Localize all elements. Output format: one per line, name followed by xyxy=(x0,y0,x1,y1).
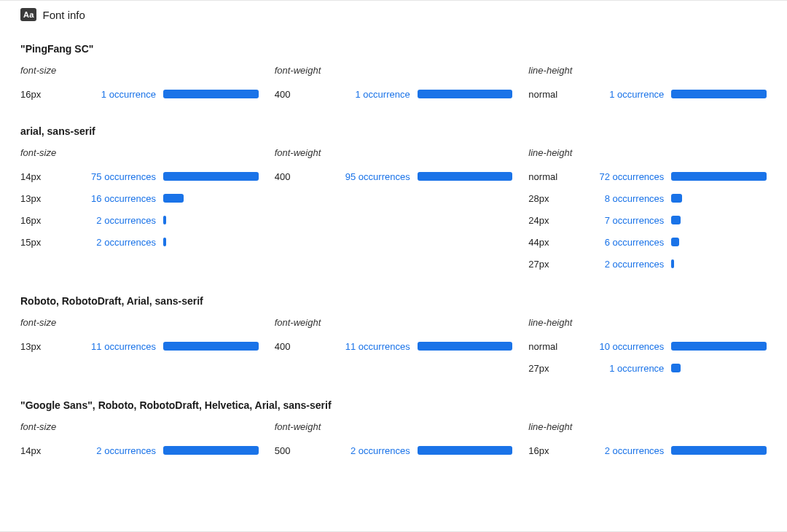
metric-bar xyxy=(671,342,767,351)
metric-header: font-weight xyxy=(275,147,513,158)
metric-header: line-height xyxy=(528,147,767,158)
metrics-row: font-size14px75 occurrences13px16 occurr… xyxy=(20,147,767,275)
metric-bar xyxy=(671,90,767,98)
aa-icon: Aa xyxy=(20,8,36,21)
metric-bar xyxy=(163,342,259,351)
metric-header: font-size xyxy=(20,65,259,76)
panel-title: Font info xyxy=(42,9,85,21)
occurrence-link[interactable]: 2 occurrences xyxy=(343,445,418,456)
metric-bar-track xyxy=(163,172,259,181)
metric-bar-track xyxy=(671,194,767,203)
metric-bar-track xyxy=(163,238,259,246)
occurrence-link[interactable]: 11 occurrences xyxy=(89,341,163,352)
occurrence-link[interactable]: 95 occurrences xyxy=(343,171,418,182)
metric-bar xyxy=(671,238,679,246)
metric-value: 400 xyxy=(275,89,343,100)
font-blocks: "PingFang SC"font-size16px1 occurrencefo… xyxy=(4,27,783,466)
metric-bar xyxy=(418,446,513,455)
font-block: Roboto, RobotoDraft, Arial, sans-seriffo… xyxy=(4,279,783,383)
occurrence-link[interactable]: 1 occurrence xyxy=(343,89,418,100)
metric-item: 44px6 occurrences xyxy=(528,231,767,253)
occurrence-link[interactable]: 6 occurrences xyxy=(597,237,671,248)
metric-rows: normal1 occurrence xyxy=(528,83,767,105)
metric-value: 44px xyxy=(528,237,597,248)
metric-bar xyxy=(418,172,513,181)
metric-value: 500 xyxy=(275,445,343,456)
metric-item: 40095 occurrences xyxy=(275,165,513,187)
metric-bar xyxy=(163,216,166,224)
occurrence-link[interactable]: 7 occurrences xyxy=(597,215,671,226)
metric-header: font-weight xyxy=(275,65,513,76)
metric-value: 14px xyxy=(20,445,89,456)
metric-bar-track xyxy=(671,90,767,98)
metric-value: 27px xyxy=(528,363,597,374)
metric-bar-track xyxy=(163,446,259,455)
metric-value: 24px xyxy=(528,215,597,226)
occurrence-link[interactable]: 1 occurrence xyxy=(597,89,671,100)
metric-column-font_size: font-size14px2 occurrences xyxy=(20,421,275,461)
metric-item: normal1 occurrence xyxy=(528,83,767,105)
occurrence-link[interactable]: 8 occurrences xyxy=(597,193,671,204)
occurrence-link[interactable]: 2 occurrences xyxy=(89,215,163,226)
metric-item: normal10 occurrences xyxy=(528,335,767,357)
metric-value: 15px xyxy=(20,237,89,248)
metric-value: 28px xyxy=(528,193,597,204)
metric-bar-track xyxy=(671,238,767,246)
metric-item: 14px2 occurrences xyxy=(20,439,259,461)
metric-value: normal xyxy=(528,171,597,182)
occurrence-link[interactable]: 72 occurrences xyxy=(597,171,671,182)
metric-rows: 13px11 occurrences xyxy=(20,335,259,357)
metric-column-font_weight: font-weight5002 occurrences xyxy=(275,421,529,461)
occurrence-link[interactable]: 16 occurrences xyxy=(89,193,163,204)
metric-bar xyxy=(671,446,767,455)
metric-bar xyxy=(163,172,259,181)
occurrence-link[interactable]: 1 occurrence xyxy=(597,363,671,374)
metric-item: 15px2 occurrences xyxy=(20,231,259,253)
occurrence-link[interactable]: 1 occurrence xyxy=(89,89,163,100)
occurrence-link[interactable]: 2 occurrences xyxy=(89,445,163,456)
metric-item: 16px1 occurrence xyxy=(20,83,259,105)
panel-header: Aa Font info xyxy=(4,1,783,27)
metric-column-font_weight: font-weight40095 occurrences xyxy=(275,147,529,275)
occurrence-link[interactable]: 2 occurrences xyxy=(597,259,671,270)
metric-rows: 16px1 occurrence xyxy=(20,83,259,105)
metric-bar xyxy=(418,342,513,351)
font-family-name: "PingFang SC" xyxy=(20,43,767,55)
metric-rows: 5002 occurrences xyxy=(275,439,513,461)
metric-item: 28px8 occurrences xyxy=(528,187,767,209)
metric-header: font-size xyxy=(20,147,259,158)
metric-header: font-weight xyxy=(275,317,513,328)
metric-bar xyxy=(671,259,674,268)
metric-rows: 14px75 occurrences13px16 occurrences16px… xyxy=(20,165,259,253)
metric-item: 14px75 occurrences xyxy=(20,165,259,187)
metric-rows: normal10 occurrences27px1 occurrence xyxy=(528,335,767,379)
metric-rows: 40011 occurrences xyxy=(275,335,513,357)
metric-bar-track xyxy=(671,446,767,455)
metric-value: 27px xyxy=(528,259,597,270)
occurrence-link[interactable]: 11 occurrences xyxy=(343,341,418,352)
occurrence-link[interactable]: 75 occurrences xyxy=(89,171,163,182)
metric-bar-track xyxy=(163,90,259,98)
metric-bar xyxy=(163,90,259,98)
metric-item: 40011 occurrences xyxy=(275,335,513,357)
font-family-name: Roboto, RobotoDraft, Arial, sans-serif xyxy=(20,295,767,307)
metric-column-line_height: line-heightnormal10 occurrences27px1 occ… xyxy=(528,317,767,379)
metrics-row: font-size13px11 occurrencesfont-weight40… xyxy=(20,317,767,379)
font-family-name: "Google Sans", Roboto, RobotoDraft, Helv… xyxy=(20,399,767,411)
metrics-row: font-size14px2 occurrencesfont-weight500… xyxy=(20,421,767,461)
metric-item: 27px2 occurrences xyxy=(528,253,767,275)
font-block: "PingFang SC"font-size16px1 occurrencefo… xyxy=(4,27,783,109)
metric-bar-track xyxy=(163,342,259,351)
metric-header: line-height xyxy=(528,317,767,328)
occurrence-link[interactable]: 2 occurrences xyxy=(89,237,163,248)
occurrence-link[interactable]: 2 occurrences xyxy=(597,445,671,456)
metric-item: normal72 occurrences xyxy=(528,165,767,187)
metric-value: 16px xyxy=(20,89,89,100)
metric-header: line-height xyxy=(528,65,767,76)
metric-column-line_height: line-height16px2 occurrences xyxy=(528,421,767,461)
occurrence-link[interactable]: 10 occurrences xyxy=(597,341,671,352)
metric-bar xyxy=(418,90,513,98)
metric-bar-track xyxy=(163,194,259,203)
metric-item: 5002 occurrences xyxy=(275,439,513,461)
font-block: arial, sans-seriffont-size14px75 occurre… xyxy=(4,109,783,279)
